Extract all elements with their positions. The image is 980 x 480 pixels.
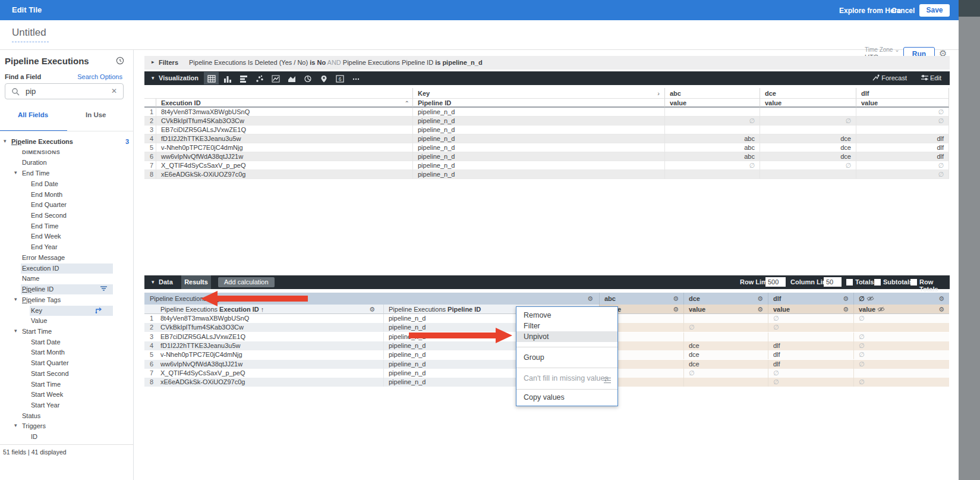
sidebar-field-value[interactable]: Value	[0, 316, 134, 327]
viz-type-map-pin-icon[interactable]	[316, 72, 331, 84]
sidebar-field-start-week[interactable]: Start Week	[0, 390, 134, 400]
sidebar-field-start-year[interactable]: Start Year	[0, 400, 134, 411]
value-cell[interactable]: dce	[760, 143, 856, 152]
viz-type-bar-chart-icon[interactable]	[236, 72, 251, 84]
value-cell[interactable]	[768, 332, 853, 341]
pipeline-id-cell[interactable]: pipeline_n_d	[412, 117, 664, 126]
measure-header[interactable]: value	[856, 99, 949, 108]
sidebar-field-end-quarter[interactable]: End Quarter	[0, 200, 134, 211]
execution-id-cell[interactable]: fD1I2J2hTTKE3Jeanu3u5w	[156, 341, 383, 350]
pivot-value-header[interactable]: dlf⚙	[768, 293, 853, 305]
execution-id-cell[interactable]: EB7ciDIZR5GALsJVxwZE1Q	[156, 332, 383, 341]
value-cell[interactable]: ∅	[853, 350, 949, 359]
value-cell[interactable]: dlf	[856, 143, 949, 152]
filter-icon[interactable]	[100, 286, 108, 293]
viz-type-single-value-icon[interactable]: 6	[332, 72, 347, 84]
viz-type-table-icon[interactable]	[204, 72, 219, 84]
value-cell[interactable]: ∅	[853, 360, 949, 369]
sidebar-field-start-time[interactable]: ▾Start Time	[0, 327, 134, 337]
pivot-value-header[interactable]: abc	[664, 88, 760, 99]
execution-id-cell[interactable]: CVkBkIplTfum4SKab3O3Cw	[156, 323, 383, 332]
sidebar-field-error-message[interactable]: Error Message	[0, 253, 134, 263]
execution-id-cell[interactable]: 8t4yVen8T3mwaXBWgbUSnQ	[156, 314, 383, 323]
viz-type-area-chart-icon[interactable]	[284, 72, 299, 84]
sidebar-field-end-time[interactable]: End Time	[0, 221, 134, 232]
viz-type-scatter-icon[interactable]	[252, 72, 267, 84]
pipeline-id-cell[interactable]: pipeline_n_d	[412, 152, 664, 161]
value-cell[interactable]	[683, 332, 768, 341]
sidebar-field-end-year[interactable]: End Year	[0, 242, 134, 253]
sidebar-field-pipeline-executions[interactable]: ▾Pipeline Executions3	[0, 137, 134, 148]
sidebar-field-execution-id[interactable]: Execution ID	[0, 263, 134, 274]
menu-item-filter[interactable]: Filter	[516, 321, 617, 331]
chevron-down-icon[interactable]: ▾	[14, 422, 17, 428]
column-limit-input[interactable]	[824, 277, 842, 287]
value-cell[interactable]	[664, 108, 760, 117]
cancel-button[interactable]: Cancel	[891, 7, 915, 15]
sidebar-field-status[interactable]: Status	[0, 411, 134, 422]
execution-id-cell[interactable]: xE6eADGkSk-OXiUOZ97c0g	[156, 378, 383, 387]
sidebar-field-end-month[interactable]: End Month	[0, 190, 134, 200]
collapse-visualization-icon[interactable]: ▾	[152, 75, 155, 81]
sidebar-field-end-week[interactable]: End Week	[0, 231, 134, 242]
sidebar-field-end-date[interactable]: End Date	[0, 179, 134, 190]
pipeline-id-cell[interactable]: pipeline_n_d	[412, 143, 664, 152]
pivot-value-header[interactable]: abc⚙	[599, 293, 683, 305]
viz-type-more-icon[interactable]	[348, 72, 363, 84]
collapse-data-icon[interactable]: ▾	[152, 279, 155, 285]
value-cell[interactable]: ∅	[853, 341, 949, 350]
sidebar-field-duration[interactable]: Duration	[0, 158, 134, 168]
chevron-down-icon[interactable]: ▾	[14, 328, 17, 334]
pipeline-id-cell[interactable]: pipeline_n_d	[412, 161, 664, 170]
value-cell[interactable]: ∅	[856, 117, 949, 126]
pipeline-id-cell[interactable]: pipeline_n_d	[412, 108, 664, 117]
value-cell[interactable]: ∅	[768, 378, 853, 387]
chevron-down-icon[interactable]: ▾	[14, 170, 17, 175]
pipeline-id-cell[interactable]: pipeline_n_d	[412, 126, 664, 134]
value-cell[interactable]: dce	[683, 341, 768, 350]
sidebar-field-pipeline-id[interactable]: Pipeline ID	[0, 284, 134, 295]
value-cell[interactable]: dlf	[856, 134, 949, 143]
value-cell[interactable]: ∅	[683, 369, 768, 378]
row-limit-input[interactable]	[765, 277, 786, 287]
measure-header[interactable]: value	[760, 99, 856, 108]
execution-id-cell[interactable]: ww6vIpNvQfWdA38qtJJ21w	[156, 360, 383, 369]
execution-id-cell[interactable]: v-Nheh0pTPC7E0jC4dmNjg	[156, 350, 383, 359]
sidebar-field-name[interactable]: Name	[0, 274, 134, 284]
menu-item-remove[interactable]: Remove	[516, 310, 617, 321]
value-cell[interactable]: dlf	[768, 341, 853, 350]
value-cell[interactable]: ∅	[768, 323, 853, 332]
sidebar-field-start-month[interactable]: Start Month	[0, 347, 134, 358]
pipeline-id-cell[interactable]: pipeline_n_d	[412, 134, 664, 143]
measure-header[interactable]: value ⚙	[853, 305, 949, 314]
expand-filters-icon[interactable]: ▸	[152, 59, 155, 65]
value-cell[interactable]	[760, 170, 856, 179]
value-cell[interactable]: dce	[760, 152, 856, 161]
measure-header[interactable]: value	[664, 99, 760, 108]
measure-header[interactable]: value⚙	[683, 305, 768, 314]
tile-title-input[interactable]: Untitled	[12, 27, 49, 42]
value-cell[interactable]: ∅	[856, 108, 949, 117]
sidebar-field-start-quarter[interactable]: Start Quarter	[0, 358, 134, 369]
execution-id-header[interactable]: Execution ID⌃	[156, 99, 412, 108]
sidebar-field-id[interactable]: ID	[0, 432, 134, 443]
value-cell[interactable]	[760, 108, 856, 117]
value-cell[interactable]	[683, 378, 768, 387]
chevron-down-icon[interactable]: ▾	[4, 138, 7, 144]
value-cell[interactable]	[664, 170, 760, 179]
menu-item-group[interactable]: Group	[516, 352, 617, 363]
value-cell[interactable]: ∅	[760, 117, 856, 126]
value-cell[interactable]: ∅	[853, 314, 949, 323]
value-cell[interactable]	[856, 126, 949, 134]
execution-id-cell[interactable]: fD1I2J2hTTKE3Jeanu3u5w	[156, 134, 412, 143]
viz-type-pie-chart-icon[interactable]	[300, 72, 315, 84]
pivot-value-header[interactable]: dlf	[856, 88, 949, 99]
value-cell[interactable]: dlf	[856, 152, 949, 161]
value-cell[interactable]: abc	[664, 143, 760, 152]
value-cell[interactable]: dce	[683, 360, 768, 369]
menu-item-copy-values[interactable]: Copy values	[516, 392, 617, 403]
measure-header[interactable]: value⚙	[768, 305, 853, 314]
value-cell[interactable]: ∅	[683, 323, 768, 332]
sidebar-field-key[interactable]: Key	[0, 306, 134, 316]
sidebar-field-triggers[interactable]: ▾Triggers	[0, 421, 134, 432]
